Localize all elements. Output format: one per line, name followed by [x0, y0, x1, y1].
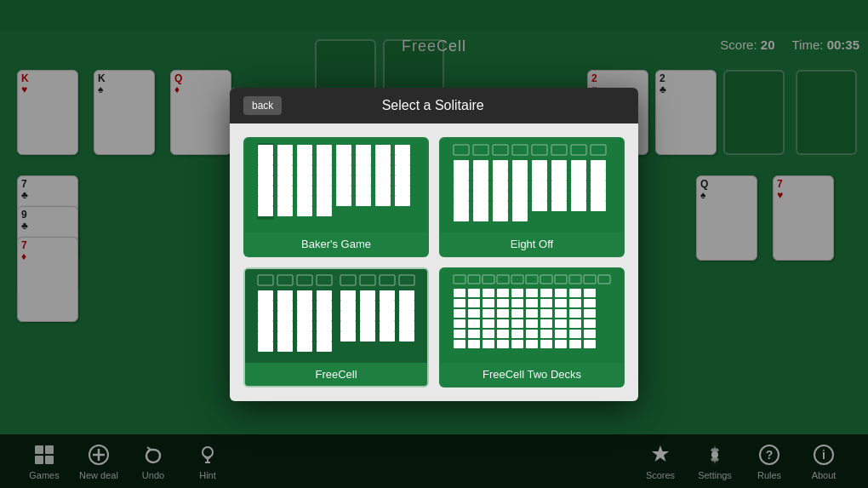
svg-rect-199 — [526, 299, 538, 307]
svg-rect-223 — [584, 299, 596, 307]
svg-rect-3 — [258, 165, 273, 175]
svg-rect-131 — [317, 290, 332, 301]
svg-rect-212 — [555, 309, 567, 318]
svg-rect-96 — [571, 170, 586, 181]
svg-rect-146 — [360, 331, 375, 342]
svg-rect-149 — [380, 311, 395, 321]
svg-rect-130 — [297, 342, 312, 352]
svg-rect-119 — [277, 290, 293, 301]
svg-rect-219 — [569, 319, 581, 328]
svg-rect-64 — [454, 191, 469, 201]
svg-rect-194 — [511, 309, 523, 318]
svg-rect-7 — [258, 206, 273, 216]
svg-rect-157 — [454, 275, 465, 284]
svg-rect-172 — [454, 330, 465, 338]
svg-rect-186 — [497, 289, 509, 297]
svg-rect-109 — [340, 275, 356, 285]
svg-rect-142 — [360, 290, 375, 301]
svg-rect-139 — [340, 311, 356, 321]
svg-rect-189 — [497, 319, 509, 328]
svg-rect-214 — [555, 330, 567, 338]
svg-rect-76 — [493, 191, 508, 201]
svg-rect-175 — [468, 299, 480, 307]
svg-rect-14 — [277, 206, 293, 216]
svg-rect-144 — [360, 311, 375, 321]
svg-rect-225 — [584, 319, 596, 328]
svg-rect-154 — [399, 311, 414, 321]
svg-rect-37 — [356, 165, 371, 175]
svg-rect-84 — [512, 211, 528, 221]
svg-rect-105 — [258, 275, 273, 285]
svg-rect-71 — [473, 201, 488, 211]
freecell-two-decks-svg — [451, 273, 613, 359]
svg-rect-226 — [584, 330, 596, 338]
svg-rect-38 — [356, 175, 371, 186]
svg-rect-115 — [258, 311, 273, 321]
svg-rect-195 — [511, 319, 523, 328]
svg-rect-147 — [380, 290, 395, 301]
svg-rect-180 — [483, 289, 494, 297]
svg-rect-51 — [395, 186, 410, 196]
svg-rect-122 — [277, 321, 293, 331]
svg-rect-47 — [395, 145, 410, 155]
svg-rect-34 — [336, 196, 351, 206]
freecell-label: FreeCell — [245, 363, 427, 386]
svg-rect-169 — [454, 299, 465, 307]
svg-rect-82 — [512, 191, 528, 201]
svg-rect-45 — [375, 186, 391, 196]
svg-rect-132 — [317, 301, 332, 311]
svg-rect-31 — [336, 165, 351, 175]
svg-rect-116 — [258, 321, 273, 331]
freecell-preview — [245, 269, 427, 363]
svg-rect-81 — [512, 181, 528, 191]
svg-rect-215 — [555, 340, 567, 348]
svg-rect-97 — [571, 181, 586, 191]
svg-rect-67 — [473, 160, 488, 170]
svg-rect-162 — [526, 275, 538, 284]
modal-back-button[interactable]: back — [243, 96, 282, 115]
svg-rect-152 — [399, 290, 414, 301]
freecell-two-decks-option[interactable]: FreeCell Two Decks — [439, 267, 625, 388]
svg-rect-198 — [526, 289, 538, 297]
svg-rect-216 — [569, 289, 581, 297]
svg-rect-10 — [277, 165, 293, 175]
svg-rect-36 — [356, 155, 371, 165]
svg-rect-50 — [395, 175, 410, 186]
svg-rect-13 — [277, 196, 293, 206]
eight-off-option[interactable]: Eight Off — [439, 137, 625, 257]
svg-rect-151 — [380, 331, 395, 342]
svg-rect-40 — [356, 196, 371, 206]
svg-rect-54 — [473, 145, 488, 155]
svg-rect-196 — [511, 330, 523, 338]
svg-rect-33 — [336, 186, 351, 196]
svg-rect-72 — [473, 211, 488, 221]
modal-overlay: back Select a Solitaire // svg placehold… — [0, 0, 868, 488]
svg-rect-155 — [399, 321, 414, 331]
svg-rect-21 — [297, 206, 312, 216]
svg-rect-205 — [540, 299, 552, 307]
svg-rect-176 — [468, 309, 480, 318]
svg-rect-209 — [540, 340, 552, 348]
bakers-game-option[interactable]: // svg placeholder — [243, 137, 429, 257]
svg-rect-173 — [454, 340, 465, 348]
svg-rect-58 — [551, 145, 567, 155]
svg-rect-27 — [317, 196, 332, 206]
svg-rect-148 — [380, 301, 395, 311]
svg-rect-56 — [512, 145, 528, 155]
svg-rect-32 — [336, 175, 351, 186]
svg-rect-85 — [532, 160, 547, 170]
svg-rect-44 — [375, 175, 391, 186]
svg-rect-28 — [317, 206, 332, 216]
svg-rect-141 — [340, 331, 356, 342]
svg-rect-171 — [454, 319, 465, 328]
svg-rect-224 — [584, 309, 596, 318]
svg-rect-4 — [258, 175, 273, 186]
svg-rect-103 — [591, 191, 606, 201]
svg-rect-124 — [277, 342, 293, 352]
svg-rect-227 — [584, 340, 596, 348]
freecell-option[interactable]: FreeCell — [243, 267, 429, 388]
svg-rect-24 — [317, 165, 332, 175]
svg-rect-8 — [277, 145, 293, 155]
svg-rect-57 — [532, 145, 547, 155]
eight-off-svg — [451, 143, 613, 228]
